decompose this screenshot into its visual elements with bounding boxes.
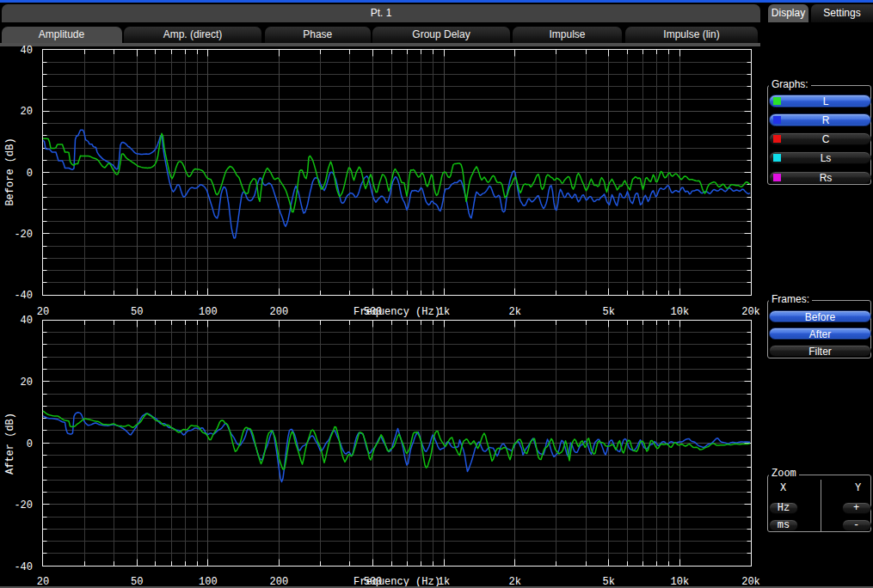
svg-text:0: 0 <box>27 438 33 450</box>
svg-text:After (dB): After (dB) <box>4 413 16 475</box>
svg-text:1k: 1k <box>438 306 450 318</box>
svg-text:2k: 2k <box>508 306 520 318</box>
svg-text:20: 20 <box>37 306 49 318</box>
svg-text:50: 50 <box>131 306 143 318</box>
svg-text:5k: 5k <box>603 306 615 318</box>
svg-text:-20: -20 <box>14 499 33 511</box>
svg-text:10k: 10k <box>671 306 690 318</box>
svg-text:-20: -20 <box>14 229 33 241</box>
svg-text:100: 100 <box>199 306 218 318</box>
svg-text:20: 20 <box>21 106 33 118</box>
svg-text:200: 200 <box>269 306 288 318</box>
svg-text:Before (dB): Before (dB) <box>4 138 16 205</box>
svg-text:0: 0 <box>27 168 33 180</box>
svg-text:40: 40 <box>21 315 33 327</box>
svg-text:20: 20 <box>21 377 33 389</box>
svg-text:-40: -40 <box>14 290 33 302</box>
svg-text:20k: 20k <box>741 306 760 318</box>
svg-text:40: 40 <box>21 45 33 57</box>
svg-text:500: 500 <box>364 306 383 318</box>
svg-text:-40: -40 <box>14 561 33 573</box>
